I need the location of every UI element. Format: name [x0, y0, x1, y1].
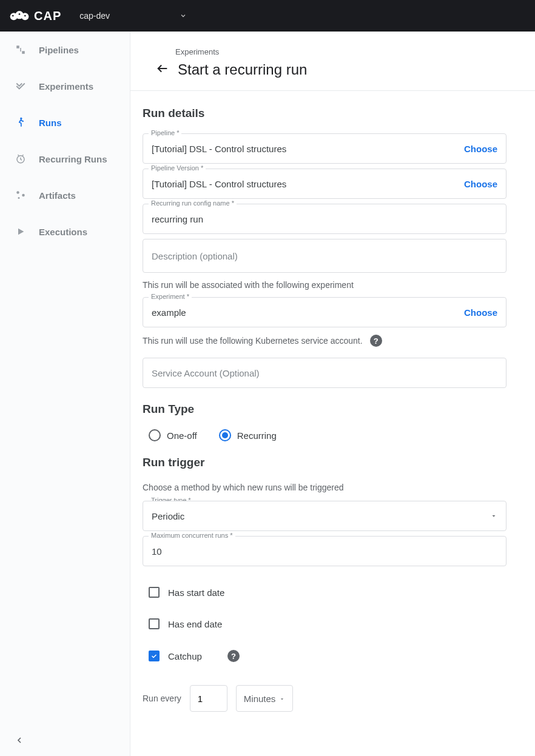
- sidebar-item-experiments[interactable]: Experiments: [0, 68, 130, 104]
- pipeline-version-field[interactable]: Choose: [143, 169, 506, 199]
- field-label: Experiment *: [149, 293, 192, 300]
- svg-rect-7: [22, 51, 25, 54]
- page-title: Start a recurring run: [178, 61, 307, 78]
- radio-icon: [149, 429, 161, 441]
- sidebar-item-pipelines[interactable]: Pipelines: [0, 32, 130, 68]
- config-name-input[interactable]: [152, 214, 497, 224]
- radio-recurring[interactable]: Recurring: [219, 429, 277, 441]
- brand-text: CAP: [34, 9, 61, 23]
- section-run-trigger: Run trigger: [143, 456, 500, 469]
- runs-icon: [15, 116, 27, 129]
- trigger-type-select[interactable]: Periodic: [143, 501, 506, 531]
- experiment-field[interactable]: Choose: [143, 297, 506, 327]
- caret-down-icon: [279, 694, 285, 704]
- choose-experiment-button[interactable]: Choose: [464, 307, 497, 318]
- svg-rect-8: [20, 48, 21, 52]
- sidebar: Pipelines Experiments Runs Recurring Run…: [0, 32, 130, 756]
- svg-marker-14: [18, 229, 24, 235]
- help-icon[interactable]: ?: [370, 335, 382, 347]
- experiment-helper-text: This run will be associated with the fol…: [143, 280, 500, 290]
- interval-unit-value: Minutes: [244, 694, 276, 704]
- description-input[interactable]: [152, 251, 497, 261]
- artifacts-icon: [15, 189, 27, 201]
- radio-oneoff[interactable]: One-off: [149, 429, 197, 441]
- catchup-checkbox[interactable]: [149, 651, 160, 661]
- namespace-value: cap-dev: [79, 11, 110, 21]
- back-button[interactable]: [156, 62, 169, 78]
- svg-rect-6: [16, 45, 19, 49]
- breadcrumb[interactable]: Experiments: [150, 39, 516, 56]
- runtype-radio-group: One-off Recurring: [149, 429, 500, 441]
- pipelines-icon: [15, 44, 27, 56]
- svg-point-2: [21, 13, 29, 20]
- field-label: Recurring run config name *: [149, 199, 237, 207]
- svg-point-4: [19, 13, 21, 15]
- interval-unit-select[interactable]: Minutes: [236, 685, 293, 712]
- section-run-type: Run Type: [143, 403, 500, 416]
- trigger-type-value: Periodic: [152, 511, 184, 521]
- field-label: Maximum concurrent runs *: [149, 532, 235, 539]
- interval-label: Run every: [143, 694, 181, 703]
- caret-down-icon: [490, 511, 497, 521]
- brand: CAP: [10, 9, 61, 23]
- service-account-input[interactable]: [152, 368, 497, 378]
- topbar: CAP cap-dev: [0, 0, 535, 32]
- sidebar-item-artifacts[interactable]: Artifacts: [0, 177, 130, 213]
- max-concurrent-field[interactable]: [143, 536, 506, 566]
- sidebar-item-label: Pipelines: [39, 45, 79, 55]
- brand-icon: [10, 10, 29, 22]
- checkbox-label: Has start date: [168, 587, 224, 598]
- section-run-details: Run details: [143, 107, 500, 120]
- svg-marker-17: [281, 698, 283, 700]
- sidebar-collapse-button[interactable]: [15, 735, 24, 748]
- service-account-field[interactable]: [143, 358, 506, 388]
- sidebar-item-executions[interactable]: Executions: [0, 213, 130, 250]
- sidebar-item-label: Artifacts: [39, 190, 76, 201]
- main: Experiments Start a recurring run Run de…: [130, 32, 535, 756]
- sidebar-item-runs[interactable]: Runs: [0, 104, 130, 141]
- choose-pipeline-version-button[interactable]: Choose: [464, 179, 497, 189]
- max-concurrent-input[interactable]: [152, 546, 497, 557]
- sidebar-item-label: Runs: [39, 118, 62, 128]
- trigger-helper-text: Choose a method by which new runs will b…: [143, 483, 500, 492]
- svg-marker-16: [493, 515, 496, 517]
- sa-helper-text: This run will use the following Kubernet…: [143, 335, 500, 347]
- help-icon[interactable]: ?: [227, 650, 240, 662]
- sidebar-item-label: Experiments: [39, 81, 93, 92]
- experiment-input[interactable]: [152, 307, 464, 318]
- sa-helper-label: This run will use the following Kubernet…: [143, 336, 363, 346]
- experiments-icon: [15, 80, 27, 92]
- svg-point-12: [22, 194, 25, 197]
- radio-label: Recurring: [237, 430, 277, 441]
- svg-point-5: [24, 15, 26, 17]
- has-start-date-checkbox[interactable]: [149, 587, 160, 598]
- namespace-selector[interactable]: cap-dev: [79, 11, 187, 21]
- has-end-date-checkbox[interactable]: [149, 618, 160, 629]
- field-label: Pipeline Version *: [149, 164, 206, 172]
- checkbox-label: Has end date: [168, 619, 222, 629]
- checkbox-label: Catchup: [168, 651, 202, 661]
- sidebar-item-label: Recurring Runs: [39, 154, 107, 164]
- svg-point-11: [16, 191, 19, 194]
- radio-icon: [219, 429, 231, 441]
- radio-label: One-off: [167, 430, 197, 441]
- sidebar-item-recurring-runs[interactable]: Recurring Runs: [0, 141, 130, 177]
- description-field[interactable]: [143, 239, 506, 273]
- config-name-field[interactable]: [143, 204, 506, 234]
- pipeline-input[interactable]: [152, 144, 464, 154]
- pipeline-version-input[interactable]: [152, 179, 464, 189]
- interval-value-input[interactable]: [190, 685, 227, 712]
- svg-point-9: [20, 118, 22, 119]
- pipeline-field[interactable]: Choose: [143, 133, 506, 164]
- svg-point-13: [18, 197, 20, 199]
- clock-icon: [15, 153, 27, 165]
- field-label: Pipeline *: [149, 129, 181, 136]
- sidebar-item-label: Executions: [39, 227, 87, 237]
- svg-point-3: [12, 15, 14, 17]
- play-icon: [15, 226, 27, 238]
- choose-pipeline-button[interactable]: Choose: [464, 144, 497, 154]
- chevron-down-icon: [180, 12, 187, 19]
